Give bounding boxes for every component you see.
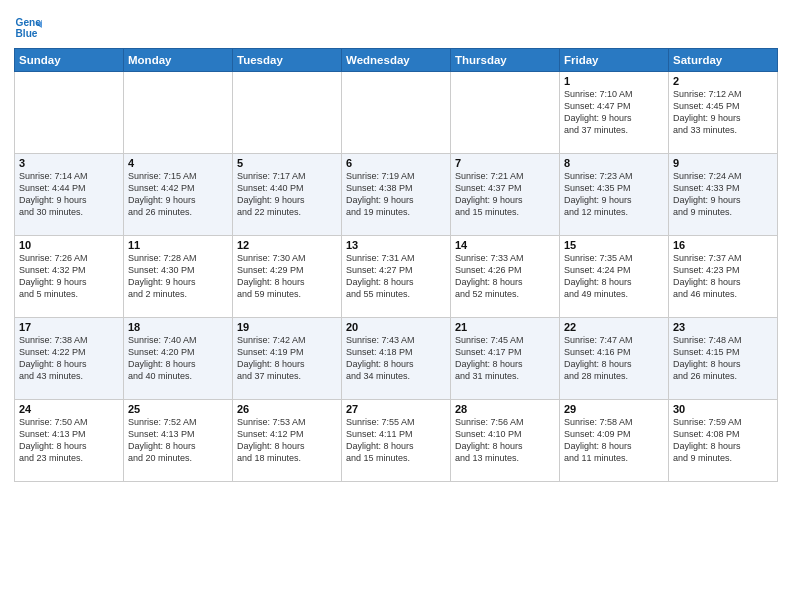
day-info: Sunrise: 7:31 AM Sunset: 4:27 PM Dayligh… — [346, 252, 446, 301]
day-number: 6 — [346, 157, 446, 169]
day-number: 29 — [564, 403, 664, 415]
day-number: 10 — [19, 239, 119, 251]
day-info: Sunrise: 7:23 AM Sunset: 4:35 PM Dayligh… — [564, 170, 664, 219]
calendar-cell: 27Sunrise: 7:55 AM Sunset: 4:11 PM Dayli… — [342, 400, 451, 482]
day-number: 11 — [128, 239, 228, 251]
calendar-week-row: 17Sunrise: 7:38 AM Sunset: 4:22 PM Dayli… — [15, 318, 778, 400]
day-number: 23 — [673, 321, 773, 333]
calendar-cell: 6Sunrise: 7:19 AM Sunset: 4:38 PM Daylig… — [342, 154, 451, 236]
calendar-cell — [233, 72, 342, 154]
svg-text:Blue: Blue — [16, 28, 38, 39]
day-info: Sunrise: 7:48 AM Sunset: 4:15 PM Dayligh… — [673, 334, 773, 383]
day-info: Sunrise: 7:10 AM Sunset: 4:47 PM Dayligh… — [564, 88, 664, 137]
calendar-cell: 16Sunrise: 7:37 AM Sunset: 4:23 PM Dayli… — [669, 236, 778, 318]
day-number: 26 — [237, 403, 337, 415]
day-info: Sunrise: 7:52 AM Sunset: 4:13 PM Dayligh… — [128, 416, 228, 465]
calendar-cell — [15, 72, 124, 154]
calendar-cell: 5Sunrise: 7:17 AM Sunset: 4:40 PM Daylig… — [233, 154, 342, 236]
col-header-sunday: Sunday — [15, 49, 124, 72]
calendar-cell: 3Sunrise: 7:14 AM Sunset: 4:44 PM Daylig… — [15, 154, 124, 236]
calendar-cell — [342, 72, 451, 154]
calendar-cell: 30Sunrise: 7:59 AM Sunset: 4:08 PM Dayli… — [669, 400, 778, 482]
day-info: Sunrise: 7:40 AM Sunset: 4:20 PM Dayligh… — [128, 334, 228, 383]
day-info: Sunrise: 7:24 AM Sunset: 4:33 PM Dayligh… — [673, 170, 773, 219]
day-number: 8 — [564, 157, 664, 169]
day-info: Sunrise: 7:14 AM Sunset: 4:44 PM Dayligh… — [19, 170, 119, 219]
calendar-cell: 7Sunrise: 7:21 AM Sunset: 4:37 PM Daylig… — [451, 154, 560, 236]
calendar-header-row: SundayMondayTuesdayWednesdayThursdayFrid… — [15, 49, 778, 72]
day-info: Sunrise: 7:50 AM Sunset: 4:13 PM Dayligh… — [19, 416, 119, 465]
calendar-cell: 22Sunrise: 7:47 AM Sunset: 4:16 PM Dayli… — [560, 318, 669, 400]
day-number: 15 — [564, 239, 664, 251]
day-number: 5 — [237, 157, 337, 169]
day-number: 20 — [346, 321, 446, 333]
calendar-cell: 1Sunrise: 7:10 AM Sunset: 4:47 PM Daylig… — [560, 72, 669, 154]
calendar-cell: 2Sunrise: 7:12 AM Sunset: 4:45 PM Daylig… — [669, 72, 778, 154]
day-number: 7 — [455, 157, 555, 169]
col-header-friday: Friday — [560, 49, 669, 72]
calendar-cell: 25Sunrise: 7:52 AM Sunset: 4:13 PM Dayli… — [124, 400, 233, 482]
calendar-cell: 28Sunrise: 7:56 AM Sunset: 4:10 PM Dayli… — [451, 400, 560, 482]
calendar-cell: 23Sunrise: 7:48 AM Sunset: 4:15 PM Dayli… — [669, 318, 778, 400]
calendar-cell — [451, 72, 560, 154]
day-info: Sunrise: 7:17 AM Sunset: 4:40 PM Dayligh… — [237, 170, 337, 219]
calendar-cell — [124, 72, 233, 154]
calendar-week-row: 24Sunrise: 7:50 AM Sunset: 4:13 PM Dayli… — [15, 400, 778, 482]
day-number: 3 — [19, 157, 119, 169]
day-info: Sunrise: 7:56 AM Sunset: 4:10 PM Dayligh… — [455, 416, 555, 465]
calendar-cell: 8Sunrise: 7:23 AM Sunset: 4:35 PM Daylig… — [560, 154, 669, 236]
day-info: Sunrise: 7:37 AM Sunset: 4:23 PM Dayligh… — [673, 252, 773, 301]
day-number: 9 — [673, 157, 773, 169]
day-number: 16 — [673, 239, 773, 251]
page: General Blue SundayMondayTuesdayWednesda… — [0, 0, 792, 612]
calendar-cell: 12Sunrise: 7:30 AM Sunset: 4:29 PM Dayli… — [233, 236, 342, 318]
day-number: 24 — [19, 403, 119, 415]
day-info: Sunrise: 7:12 AM Sunset: 4:45 PM Dayligh… — [673, 88, 773, 137]
day-number: 12 — [237, 239, 337, 251]
day-info: Sunrise: 7:21 AM Sunset: 4:37 PM Dayligh… — [455, 170, 555, 219]
day-info: Sunrise: 7:15 AM Sunset: 4:42 PM Dayligh… — [128, 170, 228, 219]
day-info: Sunrise: 7:43 AM Sunset: 4:18 PM Dayligh… — [346, 334, 446, 383]
day-number: 27 — [346, 403, 446, 415]
day-info: Sunrise: 7:33 AM Sunset: 4:26 PM Dayligh… — [455, 252, 555, 301]
day-info: Sunrise: 7:26 AM Sunset: 4:32 PM Dayligh… — [19, 252, 119, 301]
calendar-cell: 9Sunrise: 7:24 AM Sunset: 4:33 PM Daylig… — [669, 154, 778, 236]
calendar-cell: 10Sunrise: 7:26 AM Sunset: 4:32 PM Dayli… — [15, 236, 124, 318]
day-number: 19 — [237, 321, 337, 333]
day-info: Sunrise: 7:28 AM Sunset: 4:30 PM Dayligh… — [128, 252, 228, 301]
calendar-table: SundayMondayTuesdayWednesdayThursdayFrid… — [14, 48, 778, 482]
calendar-cell: 4Sunrise: 7:15 AM Sunset: 4:42 PM Daylig… — [124, 154, 233, 236]
day-number: 18 — [128, 321, 228, 333]
calendar-cell: 21Sunrise: 7:45 AM Sunset: 4:17 PM Dayli… — [451, 318, 560, 400]
calendar-cell: 19Sunrise: 7:42 AM Sunset: 4:19 PM Dayli… — [233, 318, 342, 400]
col-header-saturday: Saturday — [669, 49, 778, 72]
day-info: Sunrise: 7:38 AM Sunset: 4:22 PM Dayligh… — [19, 334, 119, 383]
logo-icon: General Blue — [14, 14, 42, 42]
calendar-cell: 24Sunrise: 7:50 AM Sunset: 4:13 PM Dayli… — [15, 400, 124, 482]
day-number: 22 — [564, 321, 664, 333]
day-number: 13 — [346, 239, 446, 251]
day-number: 2 — [673, 75, 773, 87]
day-info: Sunrise: 7:47 AM Sunset: 4:16 PM Dayligh… — [564, 334, 664, 383]
calendar-cell: 17Sunrise: 7:38 AM Sunset: 4:22 PM Dayli… — [15, 318, 124, 400]
day-info: Sunrise: 7:59 AM Sunset: 4:08 PM Dayligh… — [673, 416, 773, 465]
calendar-week-row: 10Sunrise: 7:26 AM Sunset: 4:32 PM Dayli… — [15, 236, 778, 318]
calendar-cell: 13Sunrise: 7:31 AM Sunset: 4:27 PM Dayli… — [342, 236, 451, 318]
day-number: 30 — [673, 403, 773, 415]
col-header-tuesday: Tuesday — [233, 49, 342, 72]
day-info: Sunrise: 7:53 AM Sunset: 4:12 PM Dayligh… — [237, 416, 337, 465]
calendar-cell: 26Sunrise: 7:53 AM Sunset: 4:12 PM Dayli… — [233, 400, 342, 482]
col-header-monday: Monday — [124, 49, 233, 72]
day-info: Sunrise: 7:45 AM Sunset: 4:17 PM Dayligh… — [455, 334, 555, 383]
day-info: Sunrise: 7:19 AM Sunset: 4:38 PM Dayligh… — [346, 170, 446, 219]
calendar-cell: 29Sunrise: 7:58 AM Sunset: 4:09 PM Dayli… — [560, 400, 669, 482]
day-number: 17 — [19, 321, 119, 333]
day-number: 4 — [128, 157, 228, 169]
header: General Blue — [14, 10, 778, 42]
calendar-cell: 20Sunrise: 7:43 AM Sunset: 4:18 PM Dayli… — [342, 318, 451, 400]
col-header-thursday: Thursday — [451, 49, 560, 72]
day-info: Sunrise: 7:42 AM Sunset: 4:19 PM Dayligh… — [237, 334, 337, 383]
day-number: 1 — [564, 75, 664, 87]
day-number: 28 — [455, 403, 555, 415]
logo: General Blue — [14, 14, 46, 42]
